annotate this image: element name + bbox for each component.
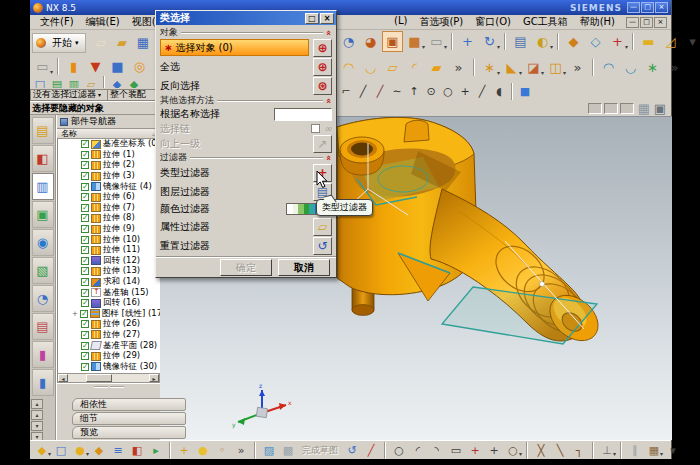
fillet-dark-tool-button[interactable]: ◖ xyxy=(491,84,507,100)
checkbox-icon[interactable] xyxy=(81,246,89,254)
ok-button[interactable]: 确定 xyxy=(220,259,272,276)
menu-item[interactable]: 编辑(E) xyxy=(80,15,126,29)
replace-face-mini-button[interactable]: ◦ xyxy=(213,442,231,459)
panel-splitter[interactable] xyxy=(57,383,160,389)
open-file-button[interactable]: ▰ xyxy=(112,32,133,53)
shell-feature-button[interactable]: ◫ xyxy=(545,57,566,78)
display-style-button[interactable]: ▭ xyxy=(32,56,53,77)
circle-mini-button[interactable]: ○ xyxy=(390,442,408,459)
feature-overflow-button[interactable]: » xyxy=(567,57,588,78)
collapse-icon[interactable]: « xyxy=(324,30,334,36)
quick-trim-button[interactable]: ╳ xyxy=(532,442,550,459)
checkbox-icon[interactable] xyxy=(81,172,89,180)
sweep-along-guide-button[interactable]: ◠ xyxy=(338,57,359,78)
through-curves-button[interactable]: ◜ xyxy=(404,57,425,78)
menu-item[interactable]: 文件(F) xyxy=(34,15,80,29)
dialog-close-button[interactable]: × xyxy=(320,13,334,24)
edit-section-button[interactable]: ◇ xyxy=(585,31,606,52)
color-filter-row[interactable]: 颜色过滤器 xyxy=(160,201,332,217)
ruled-surface-button[interactable]: ▱ xyxy=(382,57,403,78)
arrow-tool-button[interactable]: ↑ xyxy=(406,84,422,100)
menu-item[interactable]: 首选项(P) xyxy=(413,15,469,29)
mdi-close-button[interactable]: × xyxy=(654,17,667,28)
invert-selection-row[interactable]: 反向选择 ⊛ xyxy=(160,76,332,95)
color-wand-button[interactable]: ▮ xyxy=(32,341,54,368)
selection-filter-dropdown[interactable]: 没有选择过滤器▾ xyxy=(30,89,108,101)
rollout-panel[interactable]: 预览 xyxy=(72,426,186,439)
line-tool-button[interactable]: ╱ xyxy=(355,84,371,100)
wcs-orient-button[interactable]: + xyxy=(607,31,628,52)
through-curve-mesh-button[interactable]: ◠ xyxy=(598,57,619,78)
synchronous-overflow-button[interactable]: » xyxy=(232,442,250,459)
circle-center-tool-button[interactable]: ⊙ xyxy=(423,84,439,100)
checkbox-icon[interactable] xyxy=(81,289,89,297)
scroll-up-icon[interactable]: ▴ xyxy=(31,399,43,409)
chain-checkbox[interactable] xyxy=(311,124,320,133)
mirror-mini-button[interactable]: ◧ xyxy=(128,442,146,459)
attribute-filter-button[interactable]: ▱ xyxy=(313,218,332,236)
checkbox-icon[interactable] xyxy=(81,193,89,201)
move-face-mini-button[interactable]: + xyxy=(175,442,193,459)
checkbox-icon[interactable] xyxy=(81,299,89,307)
checkbox-icon[interactable] xyxy=(81,331,89,339)
expander-icon[interactable]: + xyxy=(72,310,78,318)
cancel-button[interactable]: 取消 xyxy=(278,259,330,276)
checkbox-icon[interactable] xyxy=(81,204,89,212)
name-column-header[interactable]: 名称 ▵ xyxy=(57,128,160,139)
constraints-mini-button[interactable]: ⊥ xyxy=(598,442,616,459)
checkbox-icon[interactable] xyxy=(81,236,89,244)
revolve-feature-button[interactable]: ▼ xyxy=(85,56,106,77)
checkbox-icon[interactable] xyxy=(81,267,89,275)
display-shade-cube-button[interactable]: ■ xyxy=(517,84,533,100)
select-object-button[interactable]: ⊕ xyxy=(313,39,332,57)
refresh-view-button[interactable]: ◔ xyxy=(338,31,359,52)
scroll-right-icon[interactable]: ▸ xyxy=(149,374,159,382)
pan-view-button[interactable]: + xyxy=(457,31,478,52)
sketch-reattach-button[interactable]: ↺ xyxy=(343,442,361,459)
scroll-left-icon[interactable]: ◂ xyxy=(58,374,68,382)
reset-filter-row[interactable]: 重置过滤器 ↺ xyxy=(160,236,332,255)
rollout-panel[interactable]: 细节 xyxy=(72,412,186,425)
pattern-curve-mini-button[interactable]: ▦ xyxy=(645,442,663,459)
plus-mini-button[interactable]: + xyxy=(485,442,503,459)
offset-region-mini-button[interactable]: ● xyxy=(194,442,212,459)
checkbox-icon[interactable] xyxy=(81,352,89,360)
other-methods-group-header[interactable]: 其他选择方法« xyxy=(160,95,332,106)
circle-tool-button[interactable]: ○ xyxy=(440,84,456,100)
scroll-down-icon[interactable]: ▾ xyxy=(31,421,43,431)
ellipse-mini-button[interactable]: ○ xyxy=(504,442,522,459)
make-corner-button[interactable]: ┐ xyxy=(570,442,588,459)
sketch-gray-box-button[interactable]: ▩ xyxy=(279,442,297,459)
layer-filter-row[interactable]: 图层过滤器 ▤ xyxy=(160,182,332,201)
attribute-filter-row[interactable]: 属性过滤器 ▱ xyxy=(160,217,332,236)
angle-measure-button[interactable]: ◿ xyxy=(660,31,681,52)
pattern-mini-button[interactable]: ▸ xyxy=(147,442,165,459)
surface-overflow-button[interactable]: » xyxy=(448,57,469,78)
pattern-feature-button[interactable]: ∗ xyxy=(479,57,500,78)
save-file-button[interactable]: ▦ xyxy=(133,32,154,53)
select-object-row[interactable]: ∗ 选择对象 (0) ⊕ xyxy=(160,38,332,57)
view-triad[interactable]: y x z xyxy=(232,382,292,429)
scroll-thumb[interactable] xyxy=(86,374,112,382)
snapshot-button[interactable]: ▦ xyxy=(636,101,652,115)
rotate-view-button[interactable]: ↻ xyxy=(479,31,500,52)
shaded-view-button[interactable]: ■ xyxy=(404,31,425,52)
n-sided-surface-button[interactable]: ◡ xyxy=(620,57,641,78)
studio-spline-tool-button[interactable]: ∼ xyxy=(389,84,405,100)
collapse-icon[interactable]: « xyxy=(324,98,334,104)
web-browser-button[interactable]: ▧ xyxy=(32,257,54,284)
name-filter-input[interactable] xyxy=(274,108,332,121)
fillet-mini-button[interactable]: ◝ xyxy=(428,442,446,459)
line2-tool-button[interactable]: ╱ xyxy=(474,84,490,100)
close-button[interactable]: × xyxy=(655,2,668,13)
part-navigator-button[interactable]: ▥ xyxy=(32,173,54,200)
datum-csys-mini-button[interactable]: ◆ xyxy=(33,442,51,459)
invert-selection-button[interactable]: ⊛ xyxy=(313,77,332,95)
face-style-button[interactable]: ▭ xyxy=(426,31,447,52)
minimize-button[interactable]: — xyxy=(627,2,640,13)
variational-sweep-button[interactable]: ◡ xyxy=(360,57,381,78)
new-file-button[interactable]: ▱ xyxy=(91,32,112,53)
start-menu-button[interactable]: 开始 ▾ xyxy=(32,33,86,53)
mesh-overflow-button[interactable]: » xyxy=(664,57,685,78)
thicken-button[interactable]: ▰ xyxy=(426,57,447,78)
